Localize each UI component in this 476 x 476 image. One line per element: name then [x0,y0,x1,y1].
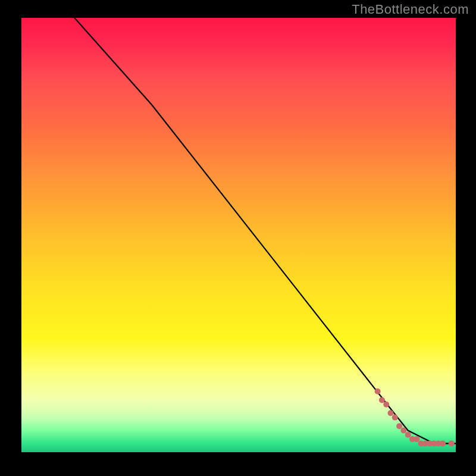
chart-plot-area [21,18,456,452]
chart-scatter-point [414,436,419,442]
chart-scatter-point [375,389,381,394]
chart-scatter-point [383,402,389,408]
chart-scatter-point [440,440,446,446]
chart-scatter-point [400,428,406,434]
chart-scatter-point [392,415,398,421]
chart-scatter-group [375,389,456,447]
chart-scatter-point [388,410,394,416]
chart-line [48,18,456,443]
chart-scatter-point [449,440,455,446]
attribution-text: TheBottleneck.com [352,2,469,17]
chart-scatter-point [379,397,385,403]
chart-overlay-svg [21,18,456,452]
chart-scatter-point [405,432,411,438]
chart-scatter-point [396,423,402,429]
